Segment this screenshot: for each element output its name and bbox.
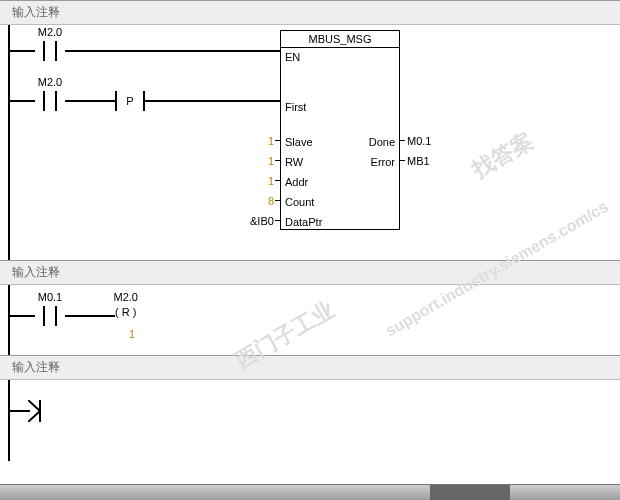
in-slave: Slave bbox=[285, 136, 313, 148]
left-rail-2 bbox=[8, 285, 10, 356]
in-rw: RW bbox=[285, 156, 303, 168]
out-error: Error bbox=[371, 156, 395, 168]
rung-1a bbox=[8, 50, 35, 52]
rung-n2a bbox=[8, 315, 35, 317]
svg-line-0 bbox=[28, 400, 40, 411]
val-dataptr[interactable]: &IB0 bbox=[250, 215, 274, 227]
network-3: 输入注释 bbox=[0, 355, 620, 460]
network-1: 输入注释 M2.0 M2.0 P MBUS_MSG EN First Slave… bbox=[0, 0, 620, 260]
in-en: EN bbox=[285, 51, 300, 63]
mbus-msg-box[interactable]: MBUS_MSG EN First Slave RW Addr Count Da… bbox=[280, 30, 400, 230]
left-rail-3 bbox=[8, 380, 10, 461]
contact-m01[interactable]: M0.1 bbox=[35, 306, 65, 326]
val-rw[interactable]: 1 bbox=[268, 155, 274, 167]
contact-m20-2[interactable]: M2.0 bbox=[35, 91, 65, 111]
in-dataptr: DataPtr bbox=[285, 216, 322, 228]
contact-m20-1[interactable]: M2.0 bbox=[35, 41, 65, 61]
rung-n2b bbox=[65, 315, 115, 317]
box-title: MBUS_MSG bbox=[281, 31, 399, 48]
ladder-area-2: M0.1 M2.0 ( R ) 1 bbox=[0, 285, 620, 356]
rung-2c bbox=[145, 100, 280, 102]
network-title-2[interactable]: 输入注释 bbox=[0, 261, 620, 285]
coil-r[interactable]: M2.0 ( R ) 1 bbox=[115, 306, 136, 318]
in-count: Count bbox=[285, 196, 314, 208]
rung-2b bbox=[65, 100, 115, 102]
network-title-1[interactable]: 输入注释 bbox=[0, 1, 620, 25]
network-title-3[interactable]: 输入注释 bbox=[0, 356, 620, 380]
rung-2a bbox=[8, 100, 35, 102]
out-done: Done bbox=[369, 136, 395, 148]
rung-n3 bbox=[8, 410, 30, 412]
in-addr: Addr bbox=[285, 176, 308, 188]
svg-line-1 bbox=[28, 411, 40, 422]
ladder-area-1: M2.0 M2.0 P MBUS_MSG EN First Slave RW A… bbox=[0, 25, 620, 261]
scroll-thumb[interactable] bbox=[430, 485, 510, 500]
val-slave[interactable]: 1 bbox=[268, 135, 274, 147]
left-rail bbox=[8, 25, 10, 261]
val-error[interactable]: MB1 bbox=[407, 155, 430, 167]
rung-1b bbox=[65, 50, 280, 52]
terminator-icon bbox=[28, 400, 42, 422]
ladder-area-3 bbox=[0, 380, 620, 461]
val-count[interactable]: 8 bbox=[268, 195, 274, 207]
status-scrollbar[interactable] bbox=[0, 484, 620, 500]
val-addr[interactable]: 1 bbox=[268, 175, 274, 187]
in-first: First bbox=[285, 101, 306, 113]
network-2: 输入注释 M0.1 M2.0 ( R ) 1 bbox=[0, 260, 620, 355]
pulse-p[interactable]: P bbox=[115, 91, 145, 111]
val-done[interactable]: M0.1 bbox=[407, 135, 431, 147]
